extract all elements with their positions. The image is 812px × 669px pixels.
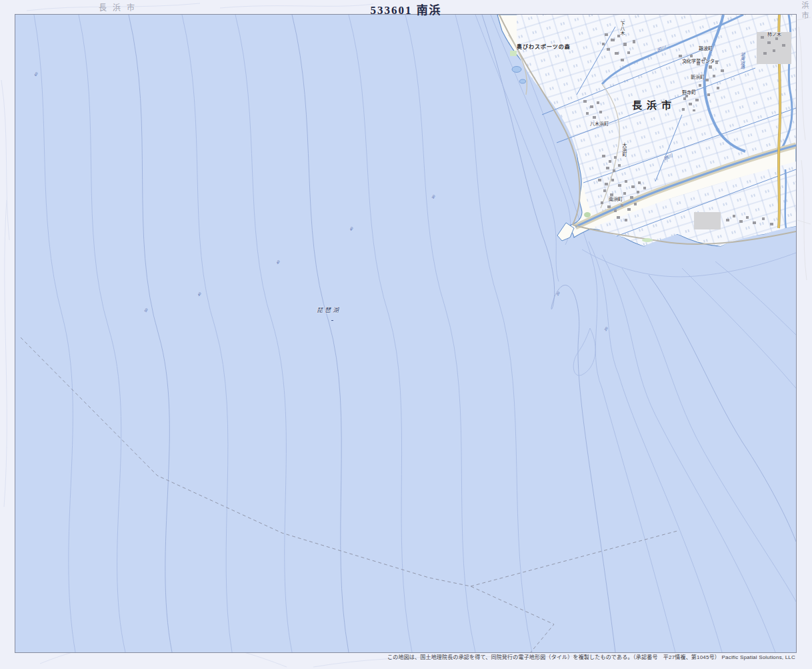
copyright-note: この地図は、国土地理院長の承認を得て、同院発行の電子地形図（タイル）を複製したも… [387,653,795,660]
road-label-koshu: 湖周道路 [739,52,745,69]
place-label-ohama: 大浜町 [621,143,627,157]
city-name-label: 長浜市 [632,97,676,111]
map-canvas[interactable]: 琵琶湖 長浜市 奥びわスポーツの森 下八木 柿ノ木 難波町 文化学習センター 新… [15,14,797,653]
lake-name-label: 琵琶湖 [317,305,341,314]
margin-city-label: 長浜市 [99,1,141,13]
place-label-nodera: 野寺町 [682,89,696,95]
place-label-kakinoki: 柿ノ木 [767,31,781,37]
park-label: 奥びわスポーツの森 [517,43,571,50]
depth-sounding-mark [331,320,333,323]
place-label-minamihama: 南浜町 [609,195,623,202]
place-label-nanba: 難波町 [699,45,713,51]
place-label-shimoyagi: 下八木 [619,21,625,35]
map-graphics [15,15,796,652]
place-label-niihama: 新浜町 [691,73,705,80]
place-label-bunka-center: 文化学習センター [682,57,719,64]
place-label-yagihama: 八木浜町 [590,120,609,127]
margin-city-label-right: 浜市 [799,1,810,21]
